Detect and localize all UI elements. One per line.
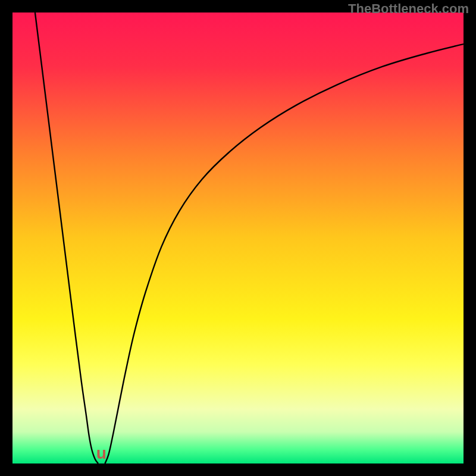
- bottleneck-curve: [12, 12, 464, 464]
- curve-left-branch: [35, 12, 98, 464]
- curve-right-branch: [105, 44, 464, 464]
- watermark-label: TheBottleneck.com: [348, 1, 469, 17]
- plot-area: u: [12, 12, 464, 464]
- minimum-marker-icon: u: [93, 448, 109, 462]
- chart-frame: u TheBottleneck.com: [0, 0, 476, 476]
